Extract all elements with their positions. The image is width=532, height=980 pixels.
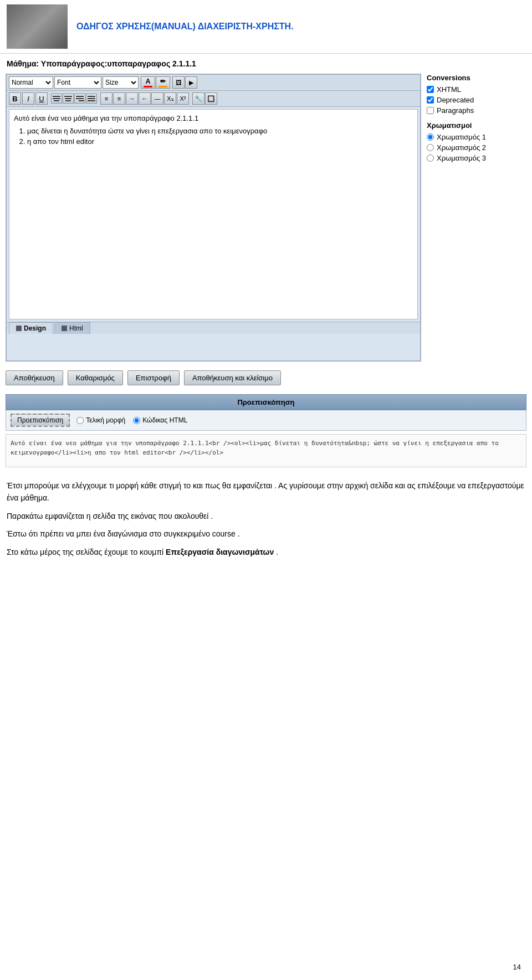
body-text-section: Έτσι μπορούμε να ελέγχουμε τι μορφή κάθε… <box>0 471 532 568</box>
html-code-radio-item[interactable]: Κώδικας HTML <box>133 416 187 424</box>
editor-tabs: Design Html <box>7 322 420 334</box>
tab-design-label: Design <box>24 324 46 332</box>
color-bar-orange <box>158 86 167 87</box>
color3-label: Χρωματισμός 3 <box>437 154 486 162</box>
color2-radio[interactable] <box>427 144 434 151</box>
html-code-radio[interactable] <box>133 417 140 424</box>
color3-radio[interactable] <box>427 154 434 162</box>
page-number: 14 <box>513 963 521 971</box>
bold-button[interactable]: B <box>9 92 21 105</box>
superscript-button[interactable]: X² <box>177 92 189 105</box>
deprecated-checkbox-item[interactable]: Deprecated <box>427 96 526 104</box>
highlight-color-button[interactable]: ✏ <box>156 76 170 89</box>
xhtml-label: XHTML <box>437 85 461 94</box>
save-button[interactable]: Αποθήκευση <box>6 370 63 385</box>
body-paragraph-4: Στο κάτω μέρος της σελίδας έχουμε το κου… <box>7 546 525 558</box>
html-code-label: Κώδικας HTML <box>142 416 187 424</box>
color1-label: Χρωματισμός 1 <box>437 133 486 141</box>
preview-header: Προεπισκόπηση <box>6 394 526 410</box>
body-paragraph-3: Έστω ότι πρέπει να μπει ένα διαγώνισμα σ… <box>7 528 525 540</box>
paragraphs-checkbox-item[interactable]: Paragraphs <box>427 106 526 115</box>
align-left-button[interactable] <box>51 94 62 104</box>
outdent-button[interactable]: ← <box>139 92 151 105</box>
color3-radio-item[interactable]: Χρωματισμός 3 <box>427 154 526 162</box>
deprecated-checkbox[interactable] <box>427 96 434 104</box>
logo-image <box>7 4 68 49</box>
tab-html-label: Html <box>69 324 83 332</box>
preview-radio-group: Τελική μορφή Κώδικας HTML <box>76 416 187 424</box>
toolbar-row2: B I U <box>7 91 420 107</box>
color2-label: Χρωματισμός 2 <box>437 143 486 152</box>
editor-panel: Normal Font Size A ✏ 🖼 <box>6 74 421 362</box>
image-button[interactable]: 🖼 <box>172 76 185 89</box>
align-justify-button[interactable] <box>86 94 97 104</box>
deprecated-label: Deprecated <box>437 96 474 104</box>
body-bold-text: Επεξεργασία διαγωνισμάτων <box>166 548 274 556</box>
header-logo <box>7 4 68 49</box>
extra-btn-1[interactable]: 🔧 <box>192 92 204 105</box>
tab-html[interactable]: Html <box>54 322 90 334</box>
header: ΟΔΗΓΟΣ ΧΡΗΣΗΣ(MANUAL) ΔΙΑΧΕΙΡΙΣΤΗ-ΧΡΗΣΤΗ… <box>0 0 532 54</box>
body-paragraph-1: Έτσι μπορούμε να ελέγχουμε τι μορφή κάθε… <box>7 479 525 504</box>
xhtml-checkbox-item[interactable]: XHTML <box>427 85 526 94</box>
ordered-list-button[interactable]: ≡ <box>113 92 125 105</box>
return-button[interactable]: Επιστροφή <box>127 370 180 385</box>
editor-list: μας δίνεται η δυνατότητα ώστε να γίνει η… <box>27 127 413 146</box>
underline-button[interactable]: U <box>35 92 48 105</box>
size-select[interactable]: Size <box>103 76 139 89</box>
action-buttons-row: Αποθήκευση Καθαρισμός Επιστροφή Αποθήκευ… <box>0 364 532 392</box>
media-button-group: 🖼 ▶ <box>172 76 197 89</box>
colors-section: Χρωματισμοί Χρωματισμός 1 Χρωματισμός 2 … <box>427 121 526 162</box>
unordered-list-button[interactable]: ≡ <box>100 92 112 105</box>
list-buttons: ≡ ≡ → ← — X₂ X² <box>100 92 189 105</box>
toolbar-row1: Normal Font Size A ✏ 🖼 <box>7 75 420 91</box>
editor-list-item-1: μας δίνεται η δυνατότητα ώστε να γίνει η… <box>27 127 413 135</box>
extra-buttons: 🔧 🔲 <box>192 92 217 105</box>
align-buttons <box>51 94 97 104</box>
media-button[interactable]: ▶ <box>185 76 197 89</box>
editor-content-area[interactable]: Αυτό είναι ένα νεο μάθημα για την υποπαρ… <box>9 109 418 319</box>
color-button-group: A ✏ <box>141 76 170 89</box>
clear-button[interactable]: Καθαρισμός <box>68 370 123 385</box>
preview-controls: Προεπισκόπιση Τελική μορφή Κώδικας HTML <box>6 410 526 431</box>
preview-button[interactable]: Προεπισκόπιση <box>11 414 70 427</box>
align-right-button[interactable] <box>74 94 85 104</box>
save-close-button[interactable]: Αποθήκευση και κλείσιμο <box>184 370 281 385</box>
color-bar-red <box>144 86 152 87</box>
html-tab-icon <box>62 326 67 331</box>
editor-list-item-2: η απο τον html editor <box>27 137 413 146</box>
main-layout: Normal Font Size A ✏ 🖼 <box>0 71 532 364</box>
subscript-button[interactable]: X₂ <box>164 92 176 105</box>
colors-title: Χρωματισμοί <box>427 121 526 130</box>
preview-section: Προεπισκόπηση Προεπισκόπιση Τελική μορφή… <box>6 394 526 431</box>
color1-radio-item[interactable]: Χρωματισμός 1 <box>427 133 526 141</box>
conversions-title: Conversions <box>427 74 526 82</box>
tab-design[interactable]: Design <box>9 322 53 334</box>
header-title[interactable]: ΟΔΗΓΟΣ ΧΡΗΣΗΣ(MANUAL) ΔΙΑΧΕΙΡΙΣΤΗ-ΧΡΗΣΤΗ… <box>76 22 294 32</box>
separator-btn[interactable]: — <box>151 92 163 105</box>
normal-select[interactable]: Normal <box>9 76 53 89</box>
final-form-radio-item[interactable]: Τελική μορφή <box>76 416 125 424</box>
preview-code-area: Αυτό είναι ένα νεο μάθημα για την υποπαρ… <box>6 434 526 467</box>
sidebar: Conversions XHTML Deprecated Paragraphs … <box>427 74 526 362</box>
final-form-radio[interactable] <box>76 417 84 424</box>
italic-button[interactable]: I <box>22 92 34 105</box>
font-select[interactable]: Font <box>54 76 101 89</box>
paragraphs-label: Paragraphs <box>437 106 474 115</box>
design-tab-icon <box>16 326 22 331</box>
body-paragraph-2: Παρακάτω εμφανίζεται η σελίδα της εικόνα… <box>7 510 525 522</box>
extra-btn-2[interactable]: 🔲 <box>205 92 217 105</box>
paragraphs-checkbox[interactable] <box>427 107 434 114</box>
editor-paragraph: Αυτό είναι ένα νεο μάθημα για την υποπαρ… <box>14 114 413 122</box>
indent-button[interactable]: → <box>126 92 138 105</box>
conversions-section: Conversions XHTML Deprecated Paragraphs <box>427 74 526 115</box>
final-form-label: Τελική μορφή <box>86 416 125 424</box>
color2-radio-item[interactable]: Χρωματισμός 2 <box>427 143 526 152</box>
color1-radio[interactable] <box>427 133 434 141</box>
xhtml-checkbox[interactable] <box>427 86 434 93</box>
page-title: Μάθημα: Υποπαράγραφος:υποπαραγραφος 2.1.… <box>0 54 532 71</box>
text-color-button[interactable]: A <box>141 76 155 89</box>
align-center-button[interactable] <box>63 94 74 104</box>
